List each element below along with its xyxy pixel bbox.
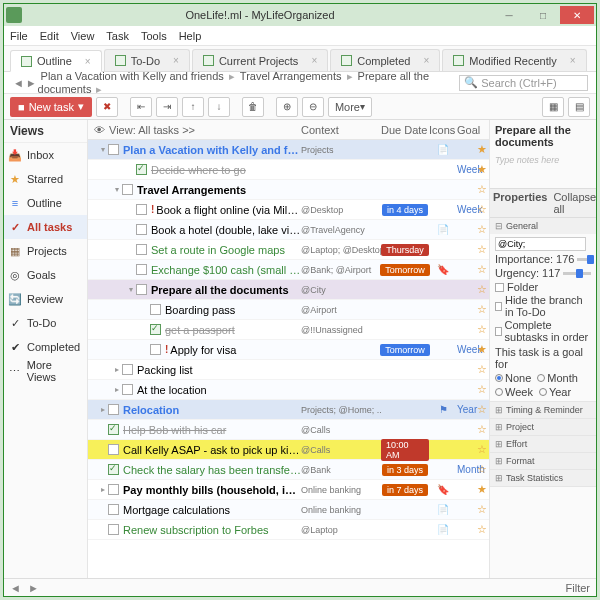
minimize-button[interactable]: ─ — [492, 6, 526, 24]
close-button[interactable]: ✕ — [560, 6, 594, 24]
breadcrumb-item[interactable]: Travel Arrangements — [240, 70, 342, 82]
radio-month[interactable]: Month — [537, 372, 578, 384]
expand-icon[interactable]: ▾ — [112, 185, 122, 194]
tab-close-icon[interactable]: × — [423, 55, 429, 66]
table-row[interactable]: Call Kelly ASAP - ask to pick up kids af… — [88, 440, 489, 460]
expand-icon[interactable]: ▸ — [112, 365, 122, 374]
star-icon[interactable]: ★ — [475, 343, 489, 356]
task-checkbox[interactable] — [122, 364, 133, 375]
sidebar-item-completed[interactable]: ✔Completed — [4, 335, 87, 359]
task-checkbox[interactable] — [108, 144, 119, 155]
task-checkbox[interactable] — [150, 344, 161, 355]
radio-year[interactable]: Year — [539, 386, 571, 398]
table-row[interactable]: ▸At the location☆ — [88, 380, 489, 400]
star-icon[interactable]: ☆ — [475, 523, 489, 536]
star-icon[interactable]: ☆ — [475, 303, 489, 316]
section-header[interactable]: Task Statistics — [490, 470, 596, 486]
table-row[interactable]: Mortgage calculationsOnline banking📄☆ — [88, 500, 489, 520]
sidebar-item-review[interactable]: 🔄Review — [4, 287, 87, 311]
filter-bar[interactable]: ◄ ► Filter — [4, 578, 596, 596]
task-checkbox[interactable] — [122, 384, 133, 395]
section-header[interactable]: Effort — [490, 436, 596, 452]
nav-fwd-icon[interactable]: ► — [25, 77, 38, 89]
section-general-header[interactable]: General — [490, 218, 596, 234]
section-header[interactable]: Project — [490, 419, 596, 435]
maximize-button[interactable]: □ — [526, 6, 560, 24]
table-row[interactable]: !Apply for visaTomorrowWeek★ — [88, 340, 489, 360]
star-icon[interactable]: ☆ — [475, 363, 489, 376]
table-row[interactable]: get a passport@!!Unassigned☆ — [88, 320, 489, 340]
table-row[interactable]: Decide where to goWeek★ — [88, 160, 489, 180]
star-icon[interactable]: ☆ — [475, 503, 489, 516]
urgency-slider[interactable] — [563, 272, 591, 275]
task-checkbox[interactable] — [108, 504, 119, 515]
tab-close-icon[interactable]: × — [85, 56, 91, 67]
star-icon[interactable]: ☆ — [475, 223, 489, 236]
star-icon[interactable]: ☆ — [475, 443, 489, 456]
star-icon[interactable]: ★ — [475, 163, 489, 176]
checkbox-complete-subtasks-in-order[interactable]: Complete subtasks in order — [495, 319, 591, 343]
tab-current-projects[interactable]: Current Projects× — [192, 49, 328, 71]
tab-close-icon[interactable]: × — [570, 55, 576, 66]
sidebar-item-to-do[interactable]: ✓To-Do — [4, 311, 87, 335]
search-input[interactable]: 🔍 Search (Ctrl+F) — [459, 75, 588, 91]
zoomin-button[interactable]: ⊕ — [276, 97, 298, 117]
star-icon[interactable]: ☆ — [475, 263, 489, 276]
outdent-button[interactable]: ⇤ — [130, 97, 152, 117]
expand-icon[interactable]: ▾ — [98, 145, 108, 154]
star-icon[interactable]: ☆ — [475, 403, 489, 416]
task-checkbox[interactable] — [108, 444, 119, 455]
menu-file[interactable]: File — [10, 30, 28, 42]
section-header[interactable]: Timing & Reminder — [490, 402, 596, 418]
context-input[interactable] — [495, 237, 586, 251]
table-row[interactable]: ▸Pay monthly bills (household, insurance… — [88, 480, 489, 500]
star-icon[interactable]: ☆ — [475, 243, 489, 256]
task-checkbox[interactable] — [136, 264, 147, 275]
notes-area[interactable]: Type notes here — [490, 152, 596, 188]
table-row[interactable]: Renew subscription to Forbes@Laptop📄☆ — [88, 520, 489, 540]
menu-help[interactable]: Help — [179, 30, 202, 42]
layout-a-button[interactable]: ▦ — [542, 97, 564, 117]
expand-icon[interactable]: ▸ — [98, 485, 108, 494]
task-checkbox[interactable] — [122, 184, 133, 195]
table-row[interactable]: Check the salary has been transferred to… — [88, 460, 489, 480]
col-duedate[interactable]: Due Date — [381, 124, 429, 136]
star-icon[interactable]: ☆ — [475, 423, 489, 436]
expand-icon[interactable]: ▸ — [112, 385, 122, 394]
table-row[interactable]: Boarding pass@Airport☆ — [88, 300, 489, 320]
table-row[interactable]: Help Bob with his car@Calls☆ — [88, 420, 489, 440]
task-checkbox[interactable] — [150, 324, 161, 335]
task-checkbox[interactable] — [108, 484, 119, 495]
task-checkbox[interactable] — [136, 164, 147, 175]
nav-back-icon[interactable]: ◄ — [12, 77, 25, 89]
view-icon[interactable]: 👁 — [94, 124, 105, 136]
expand-icon[interactable]: ▾ — [126, 285, 136, 294]
radio-none[interactable]: None — [495, 372, 531, 384]
trash-button[interactable]: 🗑 — [242, 97, 264, 117]
task-checkbox[interactable] — [136, 224, 147, 235]
importance-slider[interactable] — [577, 258, 591, 261]
menu-view[interactable]: View — [71, 30, 95, 42]
zoomout-button[interactable]: ⊖ — [302, 97, 324, 117]
task-checkbox[interactable] — [136, 204, 147, 215]
sidebar-item-goals[interactable]: ◎Goals — [4, 263, 87, 287]
more-button[interactable]: More ▾ — [328, 97, 372, 117]
star-icon[interactable]: ☆ — [475, 283, 489, 296]
breadcrumb-item[interactable]: Plan a Vacation with Kelly and friends — [41, 70, 224, 82]
task-checkbox[interactable] — [108, 424, 119, 435]
star-icon[interactable]: ☆ — [475, 183, 489, 196]
task-checkbox[interactable] — [108, 524, 119, 535]
tab-completed[interactable]: Completed× — [330, 49, 440, 71]
sidebar-item-more-views[interactable]: ⋯More Views — [4, 359, 87, 383]
task-checkbox[interactable] — [150, 304, 161, 315]
new-task-button[interactable]: ■New task▾ — [10, 97, 92, 117]
filter-arrows-icon[interactable]: ◄ ► — [10, 582, 41, 594]
sidebar-item-outline[interactable]: ≡Outline — [4, 191, 87, 215]
tab-collapse[interactable]: Collapse all — [550, 189, 596, 217]
layout-b-button[interactable]: ▤ — [568, 97, 590, 117]
star-icon[interactable]: ☆ — [475, 463, 489, 476]
table-row[interactable]: ▸RelocationProjects; @Home; ...⚑Year☆ — [88, 400, 489, 420]
table-row[interactable]: Set a route in Google maps@Laptop; @Desk… — [88, 240, 489, 260]
moveup-button[interactable]: ↑ — [182, 97, 204, 117]
menu-edit[interactable]: Edit — [40, 30, 59, 42]
